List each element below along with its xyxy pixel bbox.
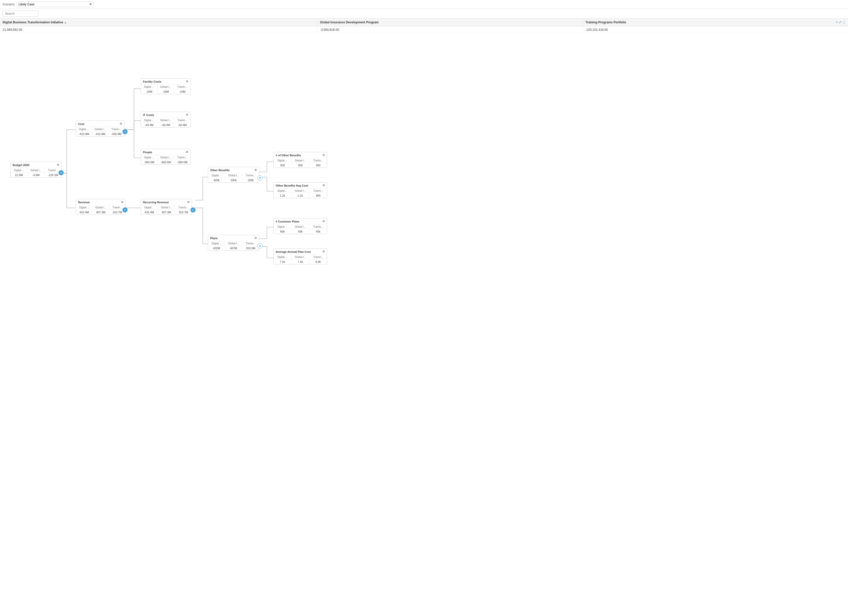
otherbenefitsavg-cols: Digital ... Global I... Trainin... <box>274 189 327 193</box>
avgannualplan-title: Average Annual Plan Cost <box>276 250 311 253</box>
avgannualplan-node: Average Annual Plan Cost Digital ... Glo… <box>273 248 327 264</box>
search-bar <box>0 9 848 18</box>
scenario-select[interactable]: Likely Case <box>17 1 94 7</box>
revenue-node: Revenue Digital ... Global I... Trainin.… <box>76 199 126 215</box>
top-bar: Scenario Likely Case <box>0 0 848 9</box>
header-col2[interactable]: Global Insurance Development Program <box>317 18 583 26</box>
data-cell-1: 21,569,582.00 <box>0 27 317 33</box>
people-gear-icon[interactable] <box>186 150 188 154</box>
recurring-values: 432.4M 407.3M 310.7M <box>141 210 192 215</box>
header-row: Digital Business Transformation Initiati… <box>0 18 848 27</box>
numotherbenefits-cols: Digital ... Global I... Trainin... <box>274 158 327 163</box>
recurring-expand-btn[interactable]: + <box>190 207 196 212</box>
budget2020-gear-icon[interactable] <box>57 163 59 166</box>
itcosts-cols: Digital ... Global I... Trainin... <box>141 118 190 123</box>
numotherbenefits-node: # of Other Benefits Digital ... Global I… <box>273 152 327 168</box>
avgannualplan-header: Average Annual Plan Cost <box>274 249 327 255</box>
facility-gear-icon[interactable] <box>186 80 188 83</box>
add-col-icon[interactable]: + <box>836 21 838 24</box>
numcustomerplans-node: # Customer Plans Digital ... Global I...… <box>273 218 327 234</box>
itcosts-values: -40.4M -40.4M -60.4M <box>141 123 190 127</box>
data-row: 21,569,582.00 -3,564,818.00 -120,151,418… <box>0 27 848 33</box>
budget2020-cols: Digital ... Global I... Trainin... <box>10 168 61 173</box>
recurring-title: Recurring Revenue <box>143 201 169 204</box>
plans-values: 432M 407M 310.5M <box>208 246 259 251</box>
budget2020-title: Budget 2020 <box>13 163 29 166</box>
people-cols: Digital ... Global I... Trainin... <box>141 155 190 160</box>
otherbenefits-header: Other Benefits <box>208 167 259 173</box>
recurring-gear-icon[interactable] <box>187 200 190 204</box>
plans-header: Plans <box>208 235 259 241</box>
plans-title: Plans <box>210 237 218 240</box>
people-header: People <box>141 149 190 155</box>
scenario-label: Scenario <box>3 3 15 6</box>
itcosts-gear-icon[interactable] <box>186 113 188 117</box>
data-cell-3: -120,151,418.00 <box>583 27 848 33</box>
expand-icon[interactable]: ⤢ <box>839 21 841 24</box>
cost-cols: Digital ... Global I... Trainin... <box>76 127 124 132</box>
people-node: People Digital ... Global I... Trainin..… <box>141 149 191 165</box>
avgannualplan-gear-icon[interactable] <box>322 250 325 253</box>
facility-header: Facility Costs <box>141 79 190 85</box>
facility-cols: Digital ... Global I... Trainin... <box>141 85 190 89</box>
people-values: -360.5M -360.5M -360.5M <box>141 160 190 165</box>
otherbenefits-collapse-btn[interactable]: ✕ <box>257 175 262 180</box>
itcosts-title: IT Costs <box>143 113 154 117</box>
itcosts-header: IT Costs <box>141 112 190 118</box>
otherbenefitsavg-values: 1.2k 1.1k 995 <box>274 193 327 198</box>
itcosts-node: IT Costs Digital ... Global I... Trainin… <box>141 112 191 128</box>
revenue-expand-btn[interactable]: + <box>122 207 127 212</box>
otherbenefits-values: 420k 330k 199k <box>208 178 259 183</box>
facility-title: Facility Costs <box>143 80 162 83</box>
revenue-cols: Digital ... Global I... Trainin... <box>76 205 126 210</box>
avgannualplan-values: 7.2k 7.4k 6.9k <box>274 260 327 264</box>
otherbenefitsavg-gear-icon[interactable] <box>322 184 325 187</box>
search-input[interactable] <box>3 10 39 17</box>
data-cell-2: -3,564,818.00 <box>317 27 583 33</box>
sort-asc-icon: ▲ <box>64 21 67 24</box>
otherbenefitsavg-node: Other Benefits Avg Cost Digital ... Glob… <box>273 182 327 198</box>
tree-area: Budget 2020 Digital ... Global I... Trai… <box>0 33 848 264</box>
numcustomerplans-title: # Customer Plans <box>276 220 299 223</box>
avgannualplan-cols: Digital ... Global I... Trainin... <box>274 255 327 260</box>
otherbenefits-title: Other Benefits <box>210 169 230 172</box>
budget2020-node: Budget 2020 Digital ... Global I... Trai… <box>10 162 62 178</box>
revenue-values: 432.4M 407.3M 310.7M <box>76 210 126 215</box>
cost-title: Cost <box>78 122 84 126</box>
cost-gear-icon[interactable] <box>120 122 122 126</box>
recurring-header: Recurring Revenue <box>141 199 192 205</box>
numcustomerplans-cols: Digital ... Global I... Trainin... <box>274 224 327 229</box>
numotherbenefits-header: # of Other Benefits <box>274 152 327 158</box>
plans-node: Plans Digital ... Global I... Trainin...… <box>208 235 259 251</box>
facility-values: -10M -10M -10M <box>141 89 190 94</box>
revenue-title: Revenue <box>78 201 90 204</box>
header-col3[interactable]: Training Programs Portfolio + ⤢ ⋮ <box>583 18 848 26</box>
numotherbenefits-gear-icon[interactable] <box>322 153 325 157</box>
more-icon[interactable]: ⋮ <box>842 21 845 24</box>
recurring-cols: Digital ... Global I... Trainin... <box>141 205 192 210</box>
numcustomerplans-values: 60k 55k 45k <box>274 229 327 234</box>
tree-connectors <box>0 33 848 264</box>
cost-values: -410.9M -410.9M -430.9M <box>76 132 124 136</box>
budget2020-header: Budget 2020 <box>10 162 61 168</box>
otherbenefits-node: Other Benefits Digital ... Global I... T… <box>208 167 259 183</box>
otherbenefitsavg-title: Other Benefits Avg Cost <box>276 184 308 187</box>
numcustomerplans-gear-icon[interactable] <box>322 220 325 223</box>
plans-gear-icon[interactable] <box>254 236 257 240</box>
recurring-node: Recurring Revenue Digital ... Global I..… <box>141 199 192 215</box>
numotherbenefits-values: 350 300 200 <box>274 163 327 168</box>
cost-expand-btn[interactable]: + <box>122 129 127 134</box>
facility-node: Facility Costs Digital ... Global I... T… <box>141 78 191 94</box>
numcustomerplans-header: # Customer Plans <box>274 218 327 224</box>
plans-cols: Digital ... Global I... Trainin... <box>208 241 259 246</box>
revenue-gear-icon[interactable] <box>121 200 123 204</box>
people-title: People <box>143 151 152 154</box>
numotherbenefits-title: # of Other Benefits <box>276 154 301 157</box>
otherbenefits-gear-icon[interactable] <box>254 168 257 172</box>
budget2020-expand-btn[interactable]: + <box>59 170 64 175</box>
otherbenefitsavg-header: Other Benefits Avg Cost <box>274 183 327 189</box>
cost-header: Cost <box>76 121 124 127</box>
header-icons: + ⤢ ⋮ <box>836 21 845 24</box>
header-col1[interactable]: Digital Business Transformation Initiati… <box>0 18 317 26</box>
plans-collapse-btn[interactable]: ✕ <box>257 243 262 248</box>
